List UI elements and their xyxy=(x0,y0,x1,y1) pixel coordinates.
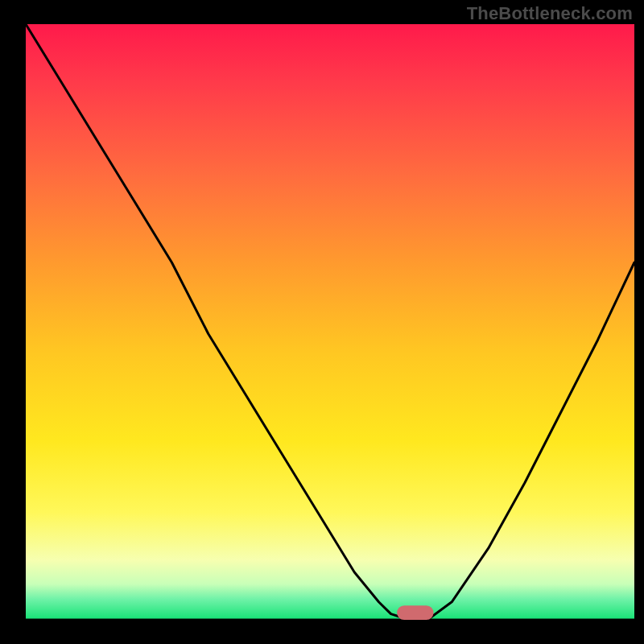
chart-frame: TheBottleneck.com xyxy=(0,0,644,644)
watermark-text: TheBottleneck.com xyxy=(467,3,633,24)
optimal-marker xyxy=(397,605,433,620)
bottleneck-chart xyxy=(0,0,644,644)
